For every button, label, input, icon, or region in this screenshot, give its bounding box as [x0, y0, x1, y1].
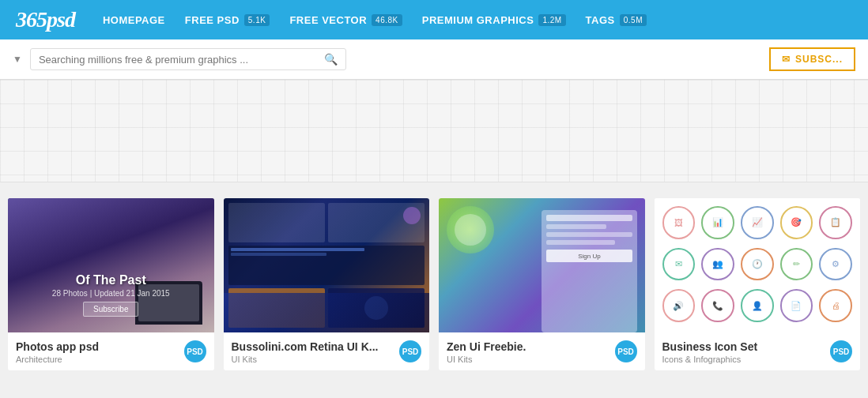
card-4-title: Business Icon Set — [662, 340, 758, 353]
header: 365psd HOMEPAGE FREE PSD 5.1K FREE VECTO… — [0, 0, 868, 39]
free-psd-badge: 5.1K — [244, 14, 270, 26]
card-2-badge: PSD — [399, 340, 421, 362]
card-photos-app[interactable]: Of The Past 28 Photos | Updated 21 Jan 2… — [8, 198, 214, 370]
card-3-info: Zen Ui Freebie. UI Kits PSD — [439, 332, 645, 370]
banner-area — [0, 80, 868, 182]
logo[interactable]: 365psd — [16, 7, 75, 32]
card-4-badge: PSD — [830, 340, 852, 362]
search-input-wrapper: 🔍 — [30, 48, 346, 70]
card-2-image — [224, 198, 430, 332]
card-2-category: UI Kits — [232, 355, 379, 364]
nav-item-free-psd[interactable]: FREE PSD 5.1K — [185, 14, 270, 26]
grid-section: Of The Past 28 Photos | Updated 21 Jan 2… — [0, 182, 868, 386]
nav-item-free-vector[interactable]: FREE VECTOR 46.8K — [289, 14, 402, 26]
card-4-category: Icons & Infographics — [662, 355, 758, 364]
card-bussolini[interactable]: Bussolini.com Retina UI K... UI Kits PSD — [224, 198, 430, 370]
card-3-badge: PSD — [615, 340, 637, 362]
mail-icon: ✉ — [782, 54, 791, 65]
cards-grid: Of The Past 28 Photos | Updated 21 Jan 2… — [8, 198, 860, 370]
card-2-title: Bussolini.com Retina UI K... — [232, 340, 379, 353]
card-4-image: 🖼 📊 📈 🎯 📋 ✉ 👥 🕐 ✏ ⚙ 🔊 📞 👤 📄 🖨 — [655, 198, 861, 332]
nav-item-tags[interactable]: TAGS 0.5M — [586, 14, 647, 26]
nav-item-homepage[interactable]: HOMEPAGE — [103, 14, 165, 26]
subscribe-button[interactable]: ✉ SUBSC... — [769, 47, 855, 71]
search-input[interactable] — [39, 54, 324, 66]
free-vector-badge: 46.8K — [372, 14, 402, 26]
card-2-info: Bussolini.com Retina UI K... UI Kits PSD — [224, 332, 430, 370]
search-icon[interactable]: 🔍 — [324, 53, 338, 66]
tags-badge: 0.5M — [620, 14, 647, 26]
card-1-info: Photos app psd Architecture PSD — [8, 332, 214, 370]
card-business-icon-set[interactable]: 🖼 📊 📈 🎯 📋 ✉ 👥 🕐 ✏ ⚙ 🔊 📞 👤 📄 🖨 Business I… — [655, 198, 861, 370]
search-bar: ▼ 🔍 ✉ SUBSC... — [0, 39, 868, 80]
card-3-category: UI Kits — [447, 355, 526, 364]
card-1-title: Photos app psd — [16, 340, 99, 353]
nav: HOMEPAGE FREE PSD 5.1K FREE VECTOR 46.8K… — [103, 14, 852, 26]
card-1-badge: PSD — [184, 340, 206, 362]
card-4-info: Business Icon Set Icons & Infographics P… — [655, 332, 861, 370]
premium-graphics-badge: 1.2M — [538, 14, 565, 26]
card-3-image: Sign Up — [439, 198, 645, 332]
card-1-category: Architecture — [16, 355, 99, 364]
search-dropdown-toggle[interactable]: ▼ — [13, 54, 22, 65]
nav-item-premium-graphics[interactable]: PREMIUM GRAPHICS 1.2M — [422, 14, 566, 26]
card-1-image: Of The Past 28 Photos | Updated 21 Jan 2… — [8, 198, 214, 332]
card-zen-ui[interactable]: Sign Up Zen Ui Freebie. UI Kits PSD — [439, 198, 645, 370]
card-3-title: Zen Ui Freebie. — [447, 340, 526, 353]
